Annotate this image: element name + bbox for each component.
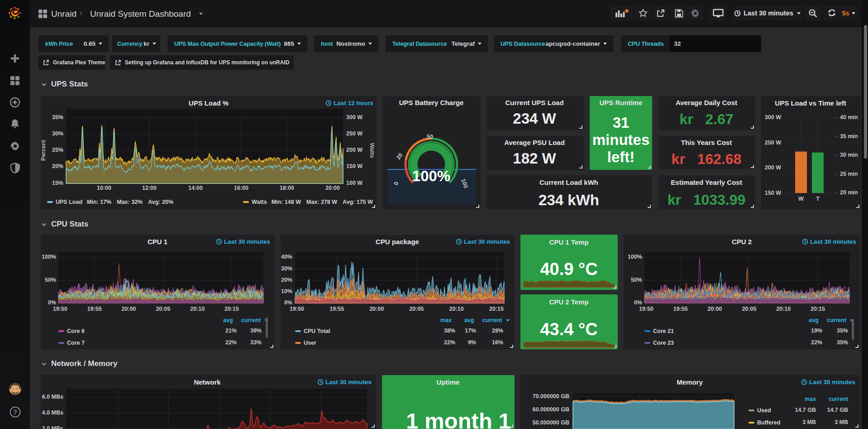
- svg-text:?: ?: [13, 409, 17, 416]
